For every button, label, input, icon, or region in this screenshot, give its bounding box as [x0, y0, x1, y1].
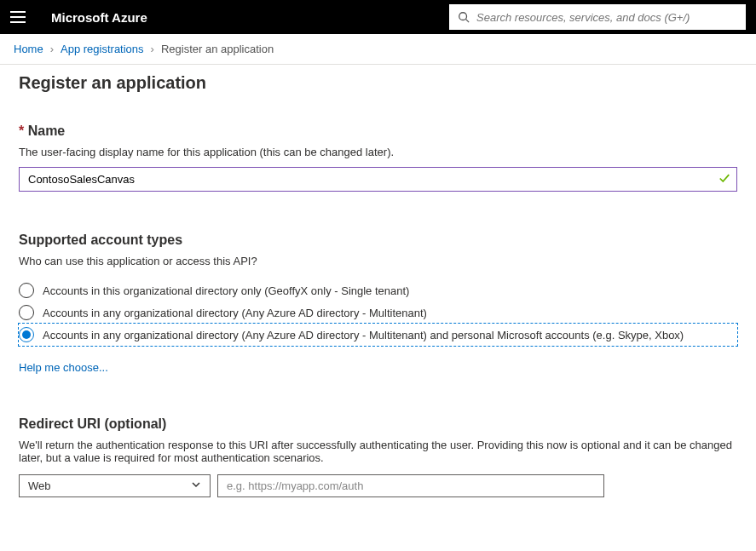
- svg-point-0: [459, 13, 467, 20]
- radio-label: Accounts in any organizational directory…: [43, 329, 684, 342]
- name-heading: Name: [19, 123, 737, 139]
- chevron-right-icon: ›: [50, 43, 54, 55]
- radio-label: Accounts in this organizational director…: [43, 284, 409, 297]
- breadcrumb-current: Register an application: [161, 43, 274, 55]
- redirect-uri-heading: Redirect URI (optional): [19, 416, 737, 432]
- account-types-heading: Supported account types: [19, 232, 737, 248]
- radio-icon: [19, 305, 34, 320]
- select-value: Web: [28, 479, 51, 492]
- search-input[interactable]: [476, 11, 737, 24]
- breadcrumb: Home › App registrations › Register an a…: [0, 34, 756, 65]
- top-navigation-bar: Microsoft Azure: [0, 0, 756, 34]
- radio-icon: [19, 327, 34, 342]
- redirect-uri-input[interactable]: [217, 474, 604, 497]
- redirect-uri-type-select[interactable]: Web: [19, 474, 211, 497]
- account-types-description: Who can use this application or access t…: [19, 255, 737, 267]
- hamburger-menu-icon[interactable]: [10, 7, 31, 27]
- account-type-option-single-tenant[interactable]: Accounts in this organizational director…: [19, 279, 737, 301]
- checkmark-icon: [718, 172, 730, 187]
- svg-line-1: [466, 20, 470, 23]
- name-description: The user-facing display name for this ap…: [19, 146, 737, 158]
- main-content: Register an application Name The user-fa…: [0, 65, 756, 523]
- app-name-input[interactable]: [19, 167, 737, 192]
- redirect-uri-description: We'll return the authentication response…: [19, 439, 737, 464]
- search-icon: [458, 11, 470, 23]
- radio-label: Accounts in any organizational directory…: [43, 307, 427, 319]
- account-type-option-multitenant-personal[interactable]: Accounts in any organizational directory…: [19, 324, 737, 346]
- radio-icon: [19, 283, 34, 298]
- chevron-right-icon: ›: [151, 43, 154, 55]
- account-types-radio-group: Accounts in this organizational director…: [19, 279, 737, 346]
- global-search[interactable]: [449, 4, 746, 30]
- breadcrumb-app-registrations[interactable]: App registrations: [61, 43, 144, 55]
- help-me-choose-link[interactable]: Help me choose...: [19, 361, 108, 374]
- chevron-down-icon: [191, 479, 201, 492]
- brand-label: Microsoft Azure: [51, 10, 147, 25]
- account-type-option-multitenant[interactable]: Accounts in any organizational directory…: [19, 301, 737, 324]
- breadcrumb-home[interactable]: Home: [14, 43, 43, 55]
- page-title: Register an application: [19, 73, 737, 93]
